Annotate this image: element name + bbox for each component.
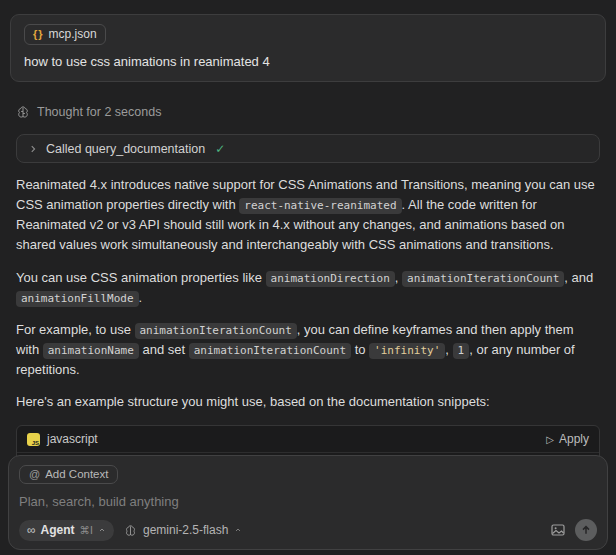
javascript-icon: JS — [27, 433, 40, 446]
add-context-label: Add Context — [45, 468, 108, 480]
apply-button[interactable]: ▷ Apply — [546, 432, 589, 446]
user-message-card: {} mcp.json how to use css animations in… — [10, 14, 606, 82]
user-message-text: how to use css animations in reanimated … — [24, 54, 592, 69]
play-icon: ▷ — [546, 434, 554, 445]
thought-row[interactable]: Thought for 2 seconds — [16, 105, 600, 119]
send-button[interactable] — [575, 519, 597, 541]
tool-call-toggle[interactable]: Called query_documentation ✓ — [16, 134, 600, 163]
model-label: gemini-2.5-flash — [143, 523, 228, 537]
inline-code: animationFillMode — [16, 291, 139, 307]
file-chip-label: mcp.json — [49, 27, 97, 41]
arrow-up-icon — [580, 524, 592, 536]
paragraph: Reanimated 4.x introduces native support… — [16, 175, 600, 256]
inline-code: animationIterationCount — [189, 343, 351, 359]
agent-label: Agent — [41, 523, 75, 537]
inline-code: animationName — [43, 343, 139, 359]
attach-image-button[interactable] — [550, 522, 566, 538]
brain-icon — [124, 524, 137, 537]
code-block-header: JS javascript ▷ Apply — [17, 426, 599, 453]
agent-shortcut: ⌘I — [80, 524, 93, 536]
agent-mode-selector[interactable]: ∞ Agent ⌘I — [19, 520, 114, 541]
chevron-up-icon — [98, 526, 106, 534]
inline-code: 'infinity' — [369, 343, 445, 359]
inline-code: animationIterationCount — [402, 271, 564, 287]
braces-icon: {} — [33, 28, 44, 40]
at-icon: @ — [29, 468, 40, 480]
infinity-icon: ∞ — [27, 525, 36, 535]
file-context-chip[interactable]: {} mcp.json — [24, 24, 106, 45]
model-selector[interactable]: gemini-2.5-flash — [124, 523, 242, 537]
tool-call-label: Called query_documentation — [46, 142, 205, 156]
add-context-button[interactable]: @ Add Context — [19, 465, 118, 484]
apply-label: Apply — [559, 432, 589, 446]
inline-code: 1 — [453, 343, 470, 359]
composer-bottom-row: ∞ Agent ⌘I gemini-2.5-flash — [19, 519, 597, 541]
composer-input[interactable]: Plan, search, build anything — [19, 494, 597, 519]
chevron-up-icon — [234, 523, 242, 537]
code-language-label: javascript — [47, 432, 98, 446]
brain-icon — [16, 105, 30, 119]
thought-label: Thought for 2 seconds — [37, 105, 161, 119]
chevron-right-icon — [28, 144, 38, 154]
composer-panel: @ Add Context Plan, search, build anythi… — [8, 455, 608, 550]
success-check-icon: ✓ — [215, 142, 225, 156]
answer-paragraphs: Reanimated 4.x introduces native support… — [16, 175, 600, 412]
inline-code: react-native-reanimated — [239, 198, 401, 214]
inline-code: animationDirection — [266, 271, 395, 287]
paragraph: For example, to use animationIterationCo… — [16, 320, 600, 380]
inline-code: animationIterationCount — [135, 323, 297, 339]
paragraph: Here's an example structure you might us… — [16, 392, 600, 412]
paragraph: You can use CSS animation properties lik… — [16, 268, 600, 308]
